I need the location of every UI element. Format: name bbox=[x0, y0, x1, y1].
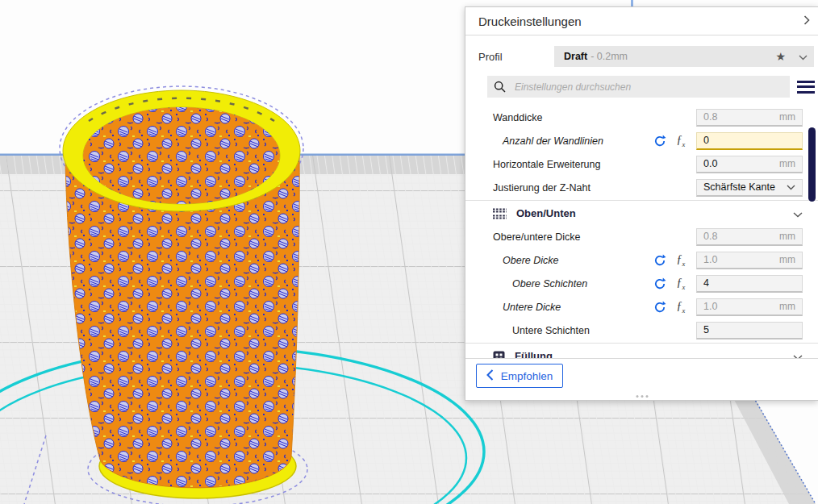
cura-window: Druckeinstellungen Profil Draft - 0.2mm … bbox=[0, 0, 818, 504]
formula-fx-icon[interactable]: ƒx bbox=[674, 300, 688, 314]
profile-dropdown[interactable]: Draft - 0.2mm ★ bbox=[554, 46, 814, 67]
setting-row-top-layers[interactable]: Obere Schichten ƒx bbox=[465, 272, 818, 295]
panel-title: Druckeinstellungen bbox=[478, 15, 803, 28]
collapse-panel-icon[interactable] bbox=[803, 14, 810, 28]
chevron-down-icon bbox=[787, 185, 802, 190]
value-field: mm bbox=[696, 252, 803, 269]
reset-value-icon[interactable] bbox=[653, 277, 666, 290]
recommended-mode-button[interactable]: Empfohlen bbox=[476, 364, 563, 388]
panel-resize-handle[interactable] bbox=[636, 395, 648, 398]
reset-value-icon[interactable] bbox=[653, 301, 666, 314]
chevron-left-icon bbox=[486, 369, 494, 383]
value-field[interactable] bbox=[696, 275, 803, 293]
top-bottom-icon bbox=[493, 208, 507, 219]
search-input[interactable] bbox=[513, 81, 783, 94]
chevron-down-icon bbox=[799, 49, 808, 64]
value-field: mm bbox=[696, 298, 803, 316]
setting-row-top-bottom-thickness[interactable]: Obere/untere Dicke mm bbox=[465, 225, 818, 248]
formula-fx-icon[interactable]: ƒx bbox=[674, 277, 688, 291]
settings-list: Wanddicke mm Anzahl der Wandlinien ƒx Ho… bbox=[465, 106, 818, 358]
section-divider bbox=[465, 200, 818, 201]
section-top-bottom[interactable]: Oben/Unten bbox=[465, 202, 818, 225]
footer-divider bbox=[465, 358, 818, 359]
value-field[interactable]: mm bbox=[696, 156, 803, 173]
search-row bbox=[487, 76, 815, 98]
settings-search[interactable] bbox=[487, 76, 790, 98]
profile-label: Profil bbox=[478, 51, 554, 63]
value-field: mm bbox=[696, 109, 803, 127]
reset-value-icon[interactable] bbox=[653, 254, 666, 267]
print-settings-panel: Druckeinstellungen Profil Draft - 0.2mm … bbox=[465, 6, 818, 401]
setting-row-bottom-thickness[interactable]: Untere Dicke ƒx mm bbox=[465, 295, 818, 319]
settings-menu-icon[interactable] bbox=[797, 77, 815, 96]
formula-fx-icon[interactable]: ƒx bbox=[674, 253, 688, 268]
formula-fx-icon[interactable]: ƒx bbox=[674, 134, 688, 148]
panel-header: Druckeinstellungen bbox=[465, 7, 818, 35]
setting-row-bottom-layers[interactable]: Untere Schichten bbox=[465, 319, 818, 342]
z-seam-select[interactable]: Schärfste Kante bbox=[696, 179, 803, 197]
value-field: mm bbox=[696, 228, 803, 246]
setting-row-horizontal-expansion[interactable]: Horizontale Erweiterung mm bbox=[465, 152, 818, 176]
section-divider bbox=[465, 343, 818, 344]
setting-row-z-seam-alignment[interactable]: Justierung der Z-Naht Schärfste Kante bbox=[465, 176, 818, 199]
chevron-down-icon bbox=[793, 349, 803, 359]
profile-row: Profil Draft - 0.2mm ★ bbox=[478, 46, 814, 67]
chevron-down-icon bbox=[793, 206, 803, 221]
reset-value-icon[interactable] bbox=[653, 135, 666, 148]
setting-row-top-thickness[interactable]: Obere Dicke ƒx mm bbox=[465, 248, 818, 272]
settings-scrollbar[interactable] bbox=[808, 127, 816, 202]
search-icon bbox=[494, 81, 507, 94]
favorite-star-icon[interactable]: ★ bbox=[775, 50, 786, 63]
setting-row-wall-thickness[interactable]: Wanddicke mm bbox=[465, 106, 818, 129]
model-cylinder[interactable] bbox=[63, 90, 300, 498]
infill-icon bbox=[493, 351, 505, 359]
value-field[interactable] bbox=[696, 322, 803, 339]
section-infill[interactable]: Füllung bbox=[465, 344, 818, 358]
setting-row-wall-line-count[interactable]: Anzahl der Wandlinien ƒx bbox=[465, 129, 818, 152]
value-field-modified[interactable] bbox=[696, 132, 803, 150]
